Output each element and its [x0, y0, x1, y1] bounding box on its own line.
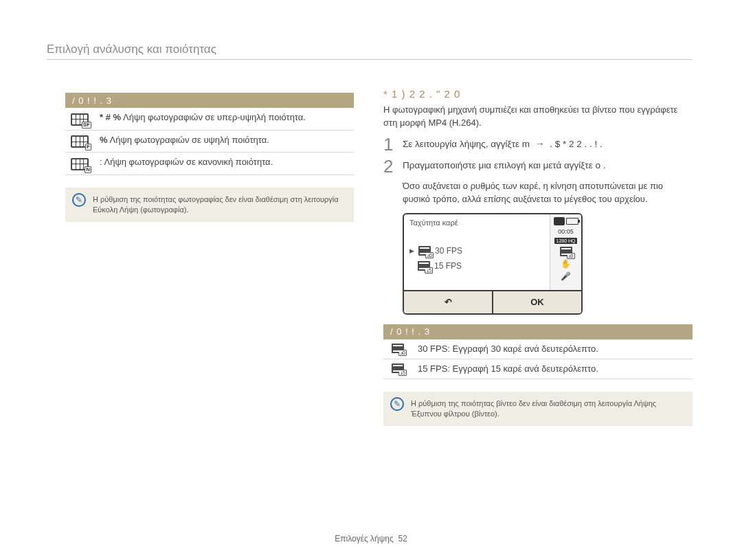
- rec-time: 00:05: [558, 228, 574, 235]
- camera-screen: Ταχύτητα καρέ 30 30 FPS 15 15 FPS 00:05 …: [403, 213, 583, 315]
- camera-menu-title: Ταχύτητα καρέ: [409, 219, 544, 227]
- left-column: / 0 ! ! . 3 SF * # % Λήψη φωτογραφιών σε…: [65, 93, 354, 222]
- resolution-badge: 1280 HQ: [554, 238, 576, 244]
- quality-table: SF * # % Λήψη φωτογραφιών σε υπερ-υψηλή …: [65, 108, 354, 175]
- hand-icon: ✋: [561, 259, 571, 269]
- storage-icon: [554, 217, 565, 225]
- film-icon: 30: [392, 344, 404, 353]
- film-icon: 15: [418, 261, 430, 271]
- mic-icon: 🎤: [561, 271, 571, 281]
- table-row: 15 15 FPS: Εγγραφή 15 καρέ ανά δευτερόλε…: [383, 359, 693, 379]
- back-button[interactable]: ↶: [404, 291, 493, 313]
- quality-row-text: * # % Λήψη φωτογραφιών σε υπερ-υψηλή ποι…: [94, 108, 354, 130]
- quality-superfine-icon: SF: [71, 113, 89, 126]
- fps-row-text: 15 FPS: Εγγραφή 15 καρέ ανά δευτερόλεπτο…: [412, 359, 693, 379]
- quality-fine-icon: F: [71, 135, 89, 148]
- info-icon: ✎: [72, 193, 86, 207]
- step-number: 1: [383, 135, 396, 153]
- table-row: N : Λήψη φωτογραφιών σε κανονική ποιότητ…: [65, 153, 354, 175]
- camera-menu: Ταχύτητα καρέ 30 30 FPS 15 15 FPS: [404, 214, 550, 290]
- film-icon: 30: [560, 247, 572, 256]
- film-icon: 15: [392, 363, 404, 373]
- quality-normal-icon: N: [71, 158, 89, 170]
- table-header-band: / 0 ! ! . 3: [383, 324, 693, 339]
- quality-row-text: : Λήψη φωτογραφιών σε κανονική ποιότητα.: [94, 153, 354, 175]
- right-column: * 1 ) 2 2 . " 2 0 Η φωτογραφική μηχανή σ…: [383, 88, 693, 426]
- info-icon: ✎: [390, 397, 404, 411]
- table-row: F % Λήψη φωτογραφιών σε υψηλή ποιότητα.: [65, 130, 354, 153]
- ok-button[interactable]: OK: [493, 291, 581, 313]
- step-2: 2 Πραγματοποιήστε μια επιλογή και μετά α…: [383, 157, 693, 175]
- info-note: ✎ Η ρύθμιση της ποιότητας βίντεο δεν είν…: [383, 392, 693, 427]
- frame-rate-option-15[interactable]: 15 15 FPS: [409, 258, 544, 273]
- step-1: 1 Σε λειτουργία λήψης, αγγίξτε m → . $ *…: [383, 135, 693, 153]
- table-row: 30 30 FPS: Εγγραφή 30 καρέ ανά δευτερόλε…: [383, 339, 693, 359]
- table-row: SF * # % Λήψη φωτογραφιών σε υπερ-υψηλή …: [65, 108, 354, 130]
- film-icon: 30: [418, 246, 431, 256]
- fps-table: 30 30 FPS: Εγγραφή 30 καρέ ανά δευτερόλε…: [383, 339, 693, 379]
- quality-row-text: % Λήψη φωτογραφιών σε υψηλή ποιότητα.: [94, 130, 354, 153]
- info-note: ✎ Η ρύθμιση της ποιότητας φωτογραφίας δε…: [65, 188, 354, 223]
- arrow-right-icon: →: [532, 138, 548, 149]
- fps-row-text: 30 FPS: Εγγραφή 30 καρέ ανά δευτερόλεπτο…: [412, 339, 693, 359]
- table-header-band: / 0 ! ! . 3: [65, 93, 354, 108]
- page-footer: Επιλογές λήψης 52: [0, 534, 742, 544]
- frame-rate-note: Όσο αυξάνεται ο ρυθμός των καρέ, η κίνησ…: [383, 179, 693, 206]
- frame-rate-option-30[interactable]: 30 30 FPS: [409, 243, 544, 258]
- steps: 1 Σε λειτουργία λήψης, αγγίξτε m → . $ *…: [383, 135, 693, 175]
- battery-icon: [566, 218, 578, 225]
- intro-paragraph: Η φωτογραφική μηχανή συμπιέζει και αποθη…: [383, 104, 693, 130]
- section-title: * 1 ) 2 2 . " 2 0: [383, 88, 693, 100]
- step-number: 2: [383, 157, 396, 175]
- page-title: Επιλογή ανάλυσης και ποιότητας: [47, 43, 693, 60]
- camera-sidebar: 00:05 1280 HQ 30 ✋ 🎤: [550, 214, 581, 290]
